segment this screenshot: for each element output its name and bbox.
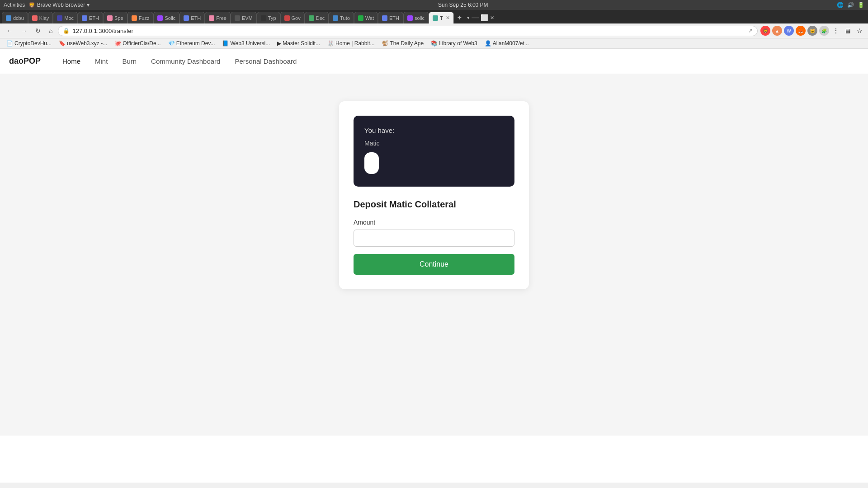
- tab-favicon-dcbu: [6, 15, 11, 21]
- tab-favicon-moc: [57, 15, 62, 21]
- datetime-label: Sun Sep 25 6:00 PM: [438, 2, 488, 8]
- bookmark-ethereum[interactable]: 💎 Ethereum Dev...: [165, 39, 218, 47]
- tab-favicon-gov: [284, 15, 290, 21]
- fox-icon[interactable]: 🐱: [807, 26, 817, 36]
- tab-favicon-tut: [333, 15, 338, 21]
- battery-icon: 🔋: [858, 2, 864, 8]
- brave-shield-icon[interactable]: 🦁: [760, 26, 770, 36]
- volume-icon: 🔊: [847, 2, 854, 8]
- tab-typ[interactable]: Typ: [257, 12, 280, 23]
- tab-label-moc: Moc: [64, 15, 74, 21]
- tab-dec[interactable]: Dec: [305, 12, 329, 23]
- bookmark-useweb3[interactable]: 🔖 useWeb3.xyz -...: [56, 39, 110, 47]
- tab-label-fre: Free: [216, 15, 226, 21]
- tab-fuz[interactable]: Fuzz: [127, 12, 154, 23]
- tab-eth2[interactable]: ETH: [179, 12, 205, 23]
- external-link-icon[interactable]: ↗: [748, 28, 753, 34]
- tab-fre[interactable]: Free: [205, 12, 231, 23]
- bookmark-offcier[interactable]: 🐙 OfficierCia/De...: [112, 39, 163, 47]
- tab-controls: ▾ — ⬜ ✕: [467, 12, 494, 23]
- tab-evm[interactable]: EVM: [231, 12, 257, 23]
- bookmark-dailyape[interactable]: 🐒 The Daily Ape: [379, 39, 426, 47]
- tab-list-button[interactable]: ▾: [467, 15, 470, 21]
- tab-favicon-eth1: [82, 15, 87, 21]
- bookmark-icon-allan: 👤: [485, 40, 491, 47]
- bookmark-rabbit[interactable]: 🐰 Home | Rabbit...: [325, 39, 377, 47]
- app-container: daoPOP Home Mint Burn Community Dashboar…: [0, 49, 868, 483]
- tab-klay[interactable]: Klay: [28, 12, 53, 23]
- bookmark-icon-ethereum: 💎: [168, 40, 175, 47]
- bookmark-web3uni[interactable]: 📘 Web3 Universi...: [219, 39, 273, 47]
- nav-link-community-dashboard[interactable]: Community Dashboard: [151, 56, 220, 67]
- tab-gov[interactable]: Gov: [280, 12, 305, 23]
- continue-button[interactable]: Continue: [354, 254, 514, 275]
- tab-favicon-typ: [261, 15, 266, 21]
- tab-eth1[interactable]: ETH: [78, 12, 103, 23]
- new-tab-button[interactable]: +: [454, 12, 465, 23]
- bookmark-cryptodev[interactable]: 📄 CryptoDevHu...: [4, 39, 54, 47]
- reload-button[interactable]: ↻: [33, 25, 43, 36]
- bookmarks-bar: 📄 CryptoDevHu... 🔖 useWeb3.xyz -... 🐙 Of…: [0, 38, 868, 49]
- back-button[interactable]: ←: [4, 25, 15, 36]
- tab-label-active: T: [440, 15, 443, 21]
- tab-label-tut: Tuto: [340, 15, 350, 21]
- address-input[interactable]: [72, 28, 745, 34]
- bookmark-libweb3[interactable]: 📚 Library of Web3: [428, 39, 480, 47]
- bookmark-icon-libweb3: 📚: [431, 40, 438, 47]
- bookmark-solidity[interactable]: ▶ Master Solidit...: [274, 39, 323, 47]
- tab-label-eth1: ETH: [89, 15, 99, 21]
- tab-favicon-klay: [32, 15, 38, 21]
- tab-close-active[interactable]: ✕: [446, 15, 450, 21]
- bookmark-allan[interactable]: 👤 AllanM007/et...: [482, 39, 532, 47]
- title-bar-right: 🌐 🔊 🔋: [837, 2, 864, 8]
- address-bar[interactable]: 🔒 ↗: [58, 26, 758, 36]
- tab-label-soli: solic: [415, 15, 425, 21]
- wallet-icon[interactable]: W: [784, 26, 794, 36]
- bookmark-icon-cryptodev: 📄: [6, 40, 13, 47]
- brave-rewards-icon[interactable]: ▲: [772, 26, 782, 36]
- nav-link-mint[interactable]: Mint: [95, 56, 108, 67]
- token-icon: [364, 152, 379, 174]
- nav-link-home[interactable]: Home: [62, 56, 80, 67]
- tab-favicon-fre: [209, 15, 214, 21]
- tab-favicon-eth3: [382, 15, 387, 21]
- activities-label[interactable]: Activities: [4, 2, 25, 8]
- nav-brand[interactable]: daoPOP: [9, 56, 41, 66]
- tab-favicon-sol: [157, 15, 163, 21]
- lock-icon: 🔒: [63, 28, 70, 34]
- bookmarks-icon[interactable]: ☆: [854, 26, 864, 36]
- tab-wat[interactable]: Wat: [354, 12, 378, 23]
- nav-link-burn[interactable]: Burn: [122, 56, 137, 67]
- home-button[interactable]: ⌂: [46, 25, 55, 36]
- tab-label-eth2: ETH: [191, 15, 201, 21]
- puzzle-icon[interactable]: 🧩: [819, 26, 829, 36]
- toolbar-extension-icons: 🦁 ▲ W 🦊 🐱 🧩 ⋮ ▤ ☆: [760, 26, 864, 36]
- tab-moc[interactable]: Moc: [53, 12, 78, 23]
- you-have-label: You have:: [364, 127, 504, 134]
- tab-favicon-dec: [309, 15, 314, 21]
- tab-active[interactable]: T ✕: [429, 12, 454, 23]
- bookmark-icon-dailyape: 🐒: [382, 40, 388, 47]
- tab-label-typ: Typ: [268, 15, 276, 21]
- restore-button[interactable]: ⬜: [481, 14, 488, 21]
- tab-sol[interactable]: Solic: [153, 12, 179, 23]
- tab-tut[interactable]: Tuto: [329, 12, 354, 23]
- tab-soli[interactable]: solic: [403, 12, 429, 23]
- tab-dcbu[interactable]: dcbu: [2, 12, 28, 23]
- tab-label-sol: Solic: [165, 15, 175, 21]
- nav-link-personal-dashboard[interactable]: Personal Dashboard: [235, 56, 297, 67]
- minimize-button[interactable]: —: [472, 14, 479, 22]
- tab-eth3[interactable]: ETH: [378, 12, 403, 23]
- network-icon: 🌐: [837, 2, 844, 8]
- settings-icon[interactable]: ⋮: [831, 26, 841, 36]
- forward-button[interactable]: →: [18, 25, 30, 36]
- bookmark-icon-solidity: ▶: [277, 40, 281, 47]
- amount-input[interactable]: [354, 230, 514, 247]
- balance-box: You have: Matic: [354, 116, 514, 187]
- tab-spe[interactable]: Spe: [103, 12, 127, 23]
- sidebar-icon[interactable]: ▤: [843, 26, 853, 36]
- metamask-icon[interactable]: 🦊: [796, 26, 806, 36]
- tab-favicon-spe: [107, 15, 113, 21]
- close-window-button[interactable]: ✕: [490, 15, 494, 21]
- tab-favicon-active: [433, 15, 438, 21]
